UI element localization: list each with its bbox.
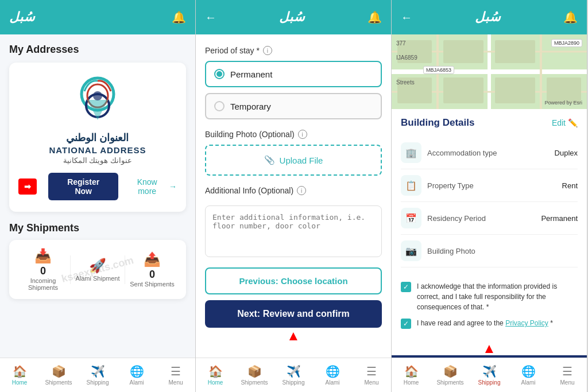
building-details-title: Building Details [401, 117, 474, 129]
property-type-row: 📋 Property Type Rent [401, 169, 578, 202]
map-badge-mbja6853: MBJA6853 [423, 66, 454, 74]
menu-icon: ☰ [171, 364, 181, 378]
property-type-key: Property Type [427, 181, 562, 190]
header-bell-3[interactable]: 🔔 [563, 10, 578, 24]
home3-icon: 🏠 [404, 364, 419, 378]
sent-shipments: 📤 0 Sent Shipments [125, 251, 179, 288]
additional-info-section: Additional Info (Optional) i [205, 186, 382, 259]
residency-key: Residency Period [427, 214, 541, 223]
panel2-header: ← سُبل 🔔 [196, 0, 391, 34]
accommodation-key: Accommodation type [427, 149, 555, 157]
panel-period-of-stay: ← سُبل 🔔 Period of stay * i Permanent Te… [196, 0, 392, 392]
nav-shipments[interactable]: 📦 Shipments [39, 364, 78, 386]
acknowledge-text: I acknowledge that the information provi… [417, 281, 578, 312]
temporary-radio-dot [214, 101, 225, 111]
incoming-icon: 📥 [16, 248, 70, 264]
shipments-card: ksaexpats.com 📥 0 Incoming Shipments 🚀 A… [9, 240, 186, 299]
national-address-en: NATIONAL ADDRESS [18, 145, 177, 155]
shipping-label: Shipping [87, 379, 109, 386]
privacy-policy-link[interactable]: Privacy Policy [505, 319, 548, 327]
nav2-home[interactable]: 🏠 Home [196, 364, 235, 386]
map-label-streets: Streets [396, 79, 415, 86]
panel2-bottom-nav: 🏠 Home 📦 Shipments ✈️ Shipping 🌐 Alami ☰… [196, 358, 391, 392]
panel1-header: سُبل 🔔 [0, 0, 195, 34]
header-bell[interactable]: 🔔 [172, 10, 186, 24]
checkbox-section: ✓ I acknowledge that the information pro… [392, 275, 587, 340]
upload-label: Upload File [280, 156, 323, 165]
nav3-shipments[interactable]: 📦 Shipments [431, 364, 470, 386]
header-bell-2[interactable]: 🔔 [368, 10, 382, 24]
nav2-menu[interactable]: ☰ Menu [352, 364, 391, 386]
map-section: 377 MBJA2890 IJA6859 MBJA6853 Streets Po… [392, 34, 587, 109]
nav-alami[interactable]: 🌐 Alami [117, 364, 156, 386]
nav2-shipping[interactable]: ✈️ Shipping [274, 364, 313, 386]
back-button-2[interactable]: ← [205, 11, 216, 24]
shipments2-icon: 📦 [247, 364, 262, 378]
additional-info-icon[interactable]: i [297, 186, 306, 195]
back-button-3[interactable]: ← [401, 11, 412, 24]
addresses-card: العنوان الوطني NATIONAL ADDRESS عنوانك ه… [9, 63, 186, 212]
nav3-menu[interactable]: ☰ Menu [548, 364, 587, 386]
map-powered-by: Powered by Esri [544, 100, 582, 106]
shipping3-icon: ✈️ [482, 364, 497, 378]
complete-section: ▲ Complete registration [392, 340, 587, 358]
know-more-button[interactable]: Know more → [127, 177, 177, 196]
temporary-label: Temporary [230, 102, 271, 111]
sent-icon: 📤 [125, 251, 179, 267]
next-button[interactable]: Next: Review and confirm [205, 300, 382, 328]
panel3-content: 377 MBJA2890 IJA6859 MBJA6853 Streets Po… [392, 34, 587, 358]
form-buttons: Previous: Choose location Next: Review a… [205, 267, 382, 328]
photo-info-icon[interactable]: i [298, 130, 307, 139]
building-photo-label: Building Photo (Optional) i [205, 130, 382, 139]
shipments-icon: 📦 [52, 364, 66, 378]
accommodation-value: Duplex [555, 149, 578, 157]
complete-registration-button[interactable]: Complete registration [392, 355, 587, 358]
permanent-label: Permanent [230, 69, 272, 79]
nav2-alami[interactable]: 🌐 Alami [313, 364, 352, 386]
shipping2-label: Shipping [283, 379, 305, 386]
alami3-nav-label: Alami [521, 379, 535, 386]
privacy-text: I have read and agree to the Privacy Pol… [417, 318, 553, 328]
prev-button[interactable]: Previous: Choose location [205, 267, 382, 294]
upload-box[interactable]: 📎 Upload File [205, 145, 382, 176]
register-now-button[interactable]: Register Now [48, 173, 118, 200]
map-label-ija6859: IJA6859 [396, 55, 417, 61]
panel-building-details: ← سُبل 🔔 [392, 0, 587, 392]
privacy-checkbox[interactable]: ✓ [401, 319, 411, 329]
period-info-icon[interactable]: i [263, 46, 272, 55]
next-button-container: Next: Review and confirm ▲ [205, 300, 382, 328]
nav2-shipments[interactable]: 📦 Shipments [235, 364, 274, 386]
panel2-content: Period of stay * i Permanent Temporary B… [196, 34, 391, 358]
national-address-ar2: عنوانك هويتك المكانية [18, 156, 177, 165]
home-label: Home [12, 379, 28, 386]
shipments-row: 📥 0 Incoming Shipments 🚀 Alami Shipment … [16, 248, 179, 291]
menu2-label: Menu [364, 379, 378, 386]
property-type-value: Rent [562, 181, 578, 190]
permanent-radio-dot [214, 69, 225, 79]
header-logo-2: سُبل [279, 10, 305, 25]
edit-button[interactable]: Edit ✏️ [552, 118, 578, 127]
nav-shipping[interactable]: ✈️ Shipping [78, 364, 117, 386]
map-labels: 377 MBJA2890 IJA6859 MBJA6853 Streets Po… [392, 34, 587, 109]
temporary-option[interactable]: Temporary [205, 93, 382, 119]
building-photo-key: Building Photo [427, 247, 578, 255]
home2-icon: 🏠 [208, 364, 223, 378]
shipping2-icon: ✈️ [287, 364, 301, 378]
my-addresses-title: My Addresses [9, 44, 186, 56]
header-logo: سُبل [9, 10, 35, 25]
acknowledge-checkbox[interactable]: ✓ [401, 282, 411, 292]
additional-label: Additional Info (Optional) i [205, 186, 382, 195]
alami-icon: 🚀 [71, 258, 125, 274]
nav3-shipping[interactable]: ✈️ Shipping [470, 364, 509, 386]
nav-menu[interactable]: ☰ Menu [156, 364, 195, 386]
permanent-option[interactable]: Permanent [205, 61, 382, 87]
residency-row: 📅 Residency Period Permanent [401, 202, 578, 235]
alami-nav-label: Alami [129, 379, 144, 386]
nav3-home[interactable]: 🏠 Home [392, 364, 431, 386]
upload-icon: 📎 [264, 155, 275, 165]
nav-home[interactable]: 🏠 Home [0, 364, 39, 386]
nav3-alami[interactable]: 🌐 Alami [509, 364, 548, 386]
alami-label: Alami Shipment [71, 275, 125, 282]
header-logo-3: سُبل [475, 10, 501, 25]
additional-textarea[interactable] [205, 205, 382, 257]
